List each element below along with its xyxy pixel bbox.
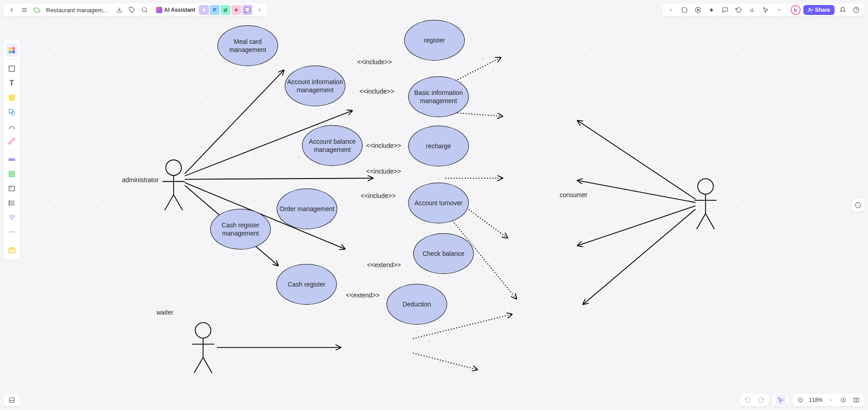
ai-assistant-label: AI Assistant	[164, 7, 195, 13]
svg-rect-53	[9, 94, 15, 101]
svg-rect-49	[12, 47, 15, 50]
tool-pen[interactable]	[5, 134, 18, 148]
usecase-basic-info[interactable]: Basic information management	[408, 76, 469, 117]
usecase-cash-reg-mgmt[interactable]: Cash register management	[210, 209, 271, 250]
usecase-order-mgmt[interactable]: Order management	[277, 189, 337, 229]
bottom-right-controls: 118%	[740, 394, 864, 406]
collab-avatar[interactable]: ⇄	[221, 5, 231, 15]
tool-frame[interactable]	[5, 62, 18, 75]
zoom-out-button[interactable]	[795, 395, 806, 405]
rel-extend-1[interactable]: <<extend>>	[367, 261, 401, 269]
svg-line-12	[413, 353, 477, 370]
svg-rect-71	[11, 215, 13, 220]
rel-include-4[interactable]: <<include>>	[366, 168, 401, 175]
rel-extend-2[interactable]: <<extend>>	[346, 292, 380, 299]
tool-table[interactable]	[5, 167, 18, 181]
header-right-toolbar: ✦ b Share	[663, 4, 864, 16]
tool-list[interactable]	[5, 196, 18, 210]
collab-avatar[interactable]: ✦	[199, 5, 209, 15]
collapse-left-icon[interactable]	[254, 5, 265, 15]
zoom-dropdown[interactable]	[826, 395, 836, 405]
svg-line-37	[146, 11, 147, 13]
cursor-icon[interactable]	[760, 5, 771, 15]
search-button[interactable]	[139, 5, 150, 15]
undo-redo-group	[740, 394, 769, 406]
svg-point-22	[195, 323, 211, 338]
usecase-account-info[interactable]: Account information management	[285, 66, 345, 106]
tool-shape[interactable]	[5, 105, 18, 119]
play-icon[interactable]	[693, 5, 703, 15]
expand-right-icon[interactable]	[665, 5, 676, 15]
svg-line-15	[578, 206, 696, 245]
user-avatar[interactable]: b	[791, 5, 801, 15]
usecase-meal-card[interactable]: Meal card management	[217, 25, 278, 66]
layers-panel-toggle[interactable]	[4, 394, 20, 406]
collab-avatar[interactable]: P	[210, 5, 220, 15]
zoom-level[interactable]: 118%	[808, 397, 824, 403]
tool-sticky-note[interactable]	[5, 91, 18, 104]
rel-include-2[interactable]: <<include>>	[359, 88, 394, 95]
usecase-account-turnover[interactable]: Account turnover	[408, 183, 469, 223]
rel-include-1[interactable]: <<include>>	[357, 58, 392, 66]
usecase-check-balance[interactable]: Check balance	[413, 233, 474, 274]
ai-assistant-button[interactable]: AI Assistant	[154, 7, 197, 13]
svg-line-30	[697, 213, 706, 229]
use-case-diagram[interactable]: administrator waiter consumer Meal card …	[0, 0, 868, 410]
back-button[interactable]	[6, 5, 17, 15]
pointer-mode-group	[773, 394, 789, 406]
rel-include-3[interactable]: <<include>>	[366, 142, 401, 149]
svg-rect-51	[12, 51, 15, 53]
svg-point-55	[11, 112, 15, 115]
tool-kanban[interactable]	[5, 211, 18, 224]
info-button[interactable]	[852, 199, 864, 212]
minimap-button[interactable]	[851, 395, 862, 405]
rel-include-5[interactable]: <<include>>	[361, 192, 396, 199]
bell-icon[interactable]	[837, 5, 848, 15]
svg-rect-74	[10, 247, 14, 250]
tool-text[interactable]: T	[5, 76, 18, 90]
svg-point-43	[809, 8, 811, 10]
tool-text-block[interactable]	[5, 182, 18, 195]
tool-highlighter[interactable]	[5, 153, 18, 166]
save-icon[interactable]	[679, 5, 690, 15]
header-toolbar: Restaurant management ... AI Assistant ✦…	[4, 4, 268, 16]
download-button[interactable]	[114, 5, 125, 15]
svg-rect-72	[13, 215, 14, 218]
redo-button[interactable]	[755, 395, 766, 405]
usecase-register[interactable]: register	[404, 20, 465, 61]
collab-avatar[interactable]: 💬	[242, 5, 252, 15]
svg-rect-62	[9, 186, 14, 191]
svg-line-2	[185, 178, 373, 179]
tool-templates[interactable]	[5, 43, 18, 57]
usecase-recharge[interactable]: recharge	[408, 126, 469, 166]
collab-avatar[interactable]: ✦	[231, 5, 241, 15]
chevron-down-icon[interactable]	[774, 5, 785, 15]
history-icon[interactable]	[733, 5, 744, 15]
cloud-sync-icon[interactable]	[32, 5, 42, 15]
menu-button[interactable]	[19, 5, 30, 15]
usecase-cash-register[interactable]: Cash register	[276, 264, 337, 305]
svg-point-68	[9, 203, 10, 203]
tool-more[interactable]: ⋯	[5, 225, 18, 239]
tool-connector[interactable]	[5, 120, 18, 133]
sparkle-icon[interactable]: ✦	[706, 5, 717, 15]
actor-admin-label[interactable]: administrator	[122, 176, 159, 184]
tool-library[interactable]	[5, 244, 18, 257]
pointer-mode-button[interactable]	[775, 395, 786, 405]
undo-button[interactable]	[743, 395, 754, 405]
help-icon[interactable]	[851, 5, 862, 15]
svg-rect-48	[9, 47, 11, 50]
svg-marker-39	[697, 9, 699, 11]
usecase-deduction[interactable]: Deduction	[387, 284, 447, 325]
actor-waiter-label[interactable]: waiter	[156, 309, 173, 316]
svg-line-25	[194, 358, 203, 373]
svg-line-13	[578, 121, 696, 199]
stats-icon[interactable]	[747, 5, 758, 15]
document-title[interactable]: Restaurant management ...	[44, 7, 112, 14]
share-button[interactable]: Share	[803, 5, 835, 15]
actor-consumer-label[interactable]: consumer	[560, 191, 587, 198]
usecase-account-balance[interactable]: Account balance management	[302, 125, 363, 166]
comment-icon[interactable]	[720, 5, 731, 15]
tag-button[interactable]	[127, 5, 137, 15]
zoom-in-button[interactable]	[838, 395, 849, 405]
